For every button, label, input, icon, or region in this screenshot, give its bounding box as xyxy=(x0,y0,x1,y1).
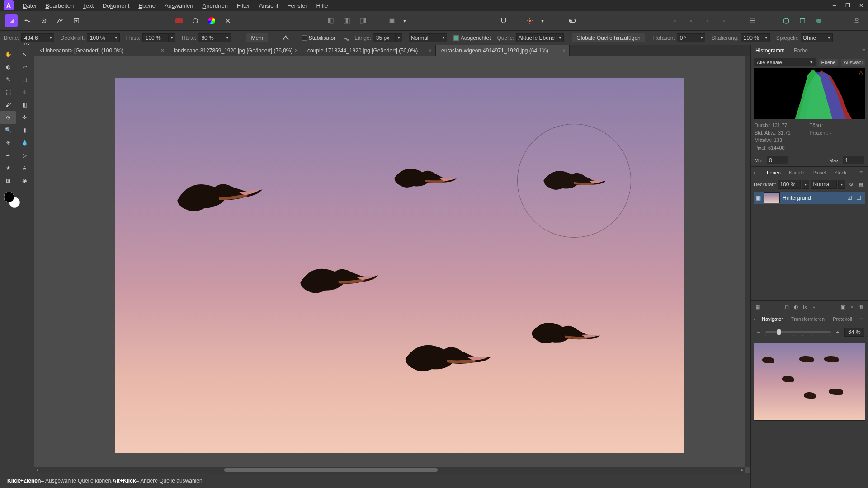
node-tool[interactable]: ▷ xyxy=(16,149,33,162)
mask-layer-icon[interactable]: ◻ xyxy=(783,303,791,311)
snapping-button[interactable] xyxy=(497,14,510,28)
color-picker-tool[interactable]: ◐ xyxy=(0,61,16,73)
adjustment-layer-icon[interactable]: ◐ xyxy=(792,303,800,311)
pen-tool[interactable]: ✒ xyxy=(0,149,16,162)
maximize-button[interactable]: ❐ xyxy=(841,0,854,11)
nav-tab-navigator[interactable]: Navigator xyxy=(758,315,787,323)
menu-auswählen[interactable]: Auswählen xyxy=(160,0,198,11)
width-input[interactable]: 434,6 px xyxy=(21,33,47,42)
healing-tool[interactable]: ✜ xyxy=(16,111,33,124)
stock-button[interactable] xyxy=(779,14,793,28)
canvas-horizontal-scrollbar[interactable]: ◂ ▸ xyxy=(34,467,745,473)
erase-tool[interactable]: ◧ xyxy=(16,99,33,111)
zoom-in-button[interactable]: + xyxy=(834,328,842,336)
menu-filter[interactable]: Filter xyxy=(232,0,255,11)
layer-visibility-toggle[interactable]: ☑ xyxy=(847,195,856,201)
layer-fx-icon[interactable]: ⚙ xyxy=(847,180,855,188)
delete-layer-icon[interactable]: 🗑 xyxy=(857,303,865,311)
arrange-center-button[interactable] xyxy=(340,14,354,28)
source-select[interactable]: Aktuelle Ebene xyxy=(516,33,557,42)
paint-brush-tool[interactable]: 🖌 xyxy=(0,99,16,111)
selection-scope-button[interactable]: Auswahl xyxy=(841,59,865,66)
document-canvas[interactable] xyxy=(115,78,684,453)
navigator-preview[interactable] xyxy=(754,343,865,421)
layer-blend-select[interactable]: Normal xyxy=(811,180,837,189)
panel-menu-icon[interactable]: ≡ xyxy=(859,47,868,54)
text-tool[interactable]: A xyxy=(16,162,33,174)
rotation-input[interactable]: 0 ° xyxy=(677,33,698,42)
live-filter-icon[interactable]: ▿ xyxy=(810,303,818,311)
layer-opacity-input[interactable]: 100 % xyxy=(778,180,801,189)
hscroll-thumb[interactable] xyxy=(224,468,438,472)
menu-dokument[interactable]: Dokument xyxy=(98,0,134,11)
align-distribute-button[interactable] xyxy=(746,14,760,28)
quickmask-dropdown[interactable]: ▾ xyxy=(401,14,408,28)
length-dropdown[interactable]: ▾ xyxy=(395,33,402,42)
persona-export-button[interactable] xyxy=(70,14,83,28)
zoom-out-button[interactable]: − xyxy=(755,328,763,336)
color-wheel-button[interactable] xyxy=(205,14,218,28)
persona-develop-button[interactable] xyxy=(37,14,51,28)
layers-tab-stock[interactable]: Stock xyxy=(830,169,850,177)
arrange-left-button[interactable] xyxy=(324,14,337,28)
persona-photo-button[interactable]: ◢ xyxy=(5,14,18,28)
length-input[interactable]: 35 px xyxy=(373,33,396,42)
nav-tab-transformieren[interactable]: Transformieren xyxy=(788,315,828,323)
persona-tonemap-button[interactable] xyxy=(53,14,67,28)
tab-close-icon[interactable]: × xyxy=(161,47,164,54)
foreground-color[interactable] xyxy=(4,192,14,202)
layers-panel-menu-icon[interactable]: ≡ xyxy=(857,169,865,176)
panel-collapse-icon[interactable]: ‹ xyxy=(754,169,759,176)
zoom-slider[interactable]: ········ xyxy=(765,331,831,333)
scroll-right-arrow-icon[interactable]: ▸ xyxy=(740,467,745,473)
move-tool[interactable]: ↖ xyxy=(16,48,33,61)
layer-lock-toggle[interactable]: ☐ xyxy=(856,195,865,201)
stabilizer-checkbox[interactable]: Stabilisator xyxy=(302,35,335,41)
auto-levels-button[interactable] xyxy=(221,14,235,28)
hardness-dropdown[interactable]: ▾ xyxy=(224,33,231,42)
max-input[interactable] xyxy=(843,156,864,164)
clone-tool[interactable]: ⊙ xyxy=(0,111,16,124)
zoom-tool[interactable]: 🔍 xyxy=(0,124,16,136)
fx-layer-icon[interactable]: fx xyxy=(801,303,809,311)
document-tab[interactable]: couple-1718244_1920.jpg [Geändert] (50,0… xyxy=(302,45,436,56)
color-swatches[interactable] xyxy=(4,192,20,208)
fill-tool[interactable]: ▮ xyxy=(16,124,33,136)
document-tab[interactable]: <Unbenannt> [Geändert] (100,0%)× xyxy=(34,45,168,56)
opacity-input[interactable]: 100 % xyxy=(87,33,113,42)
account-button[interactable] xyxy=(850,14,863,28)
scroll-left-arrow-icon[interactable]: ◂ xyxy=(34,467,40,473)
add-layer-icon[interactable]: ▫ xyxy=(848,303,856,311)
smudge-tool[interactable]: 💧 xyxy=(16,136,33,149)
menu-hilfe[interactable]: Hilfe xyxy=(312,0,333,11)
menu-anordnen[interactable]: Anordnen xyxy=(198,0,232,11)
dodge-tool[interactable]: ☀ xyxy=(0,136,16,149)
menu-bearbeiten[interactable]: Bearbeiten xyxy=(41,0,78,11)
color-tab[interactable]: Farbe xyxy=(789,46,812,56)
edit-all-layers-icon[interactable]: ▦ xyxy=(754,303,762,311)
selection-brush-tool[interactable]: ✎ xyxy=(0,73,16,86)
menu-fenster[interactable]: Fenster xyxy=(283,0,311,11)
layer-lock-icon[interactable]: ▦ xyxy=(857,180,865,188)
swatch-red-button[interactable] xyxy=(172,14,186,28)
assistant-button[interactable] xyxy=(523,14,537,28)
document-tab[interactable]: eurasian-wigeon-4914971_1920.jpg (64,1%)… xyxy=(436,45,570,56)
opacity-dropdown[interactable]: ▾ xyxy=(113,33,120,42)
scale-input[interactable]: 100 % xyxy=(741,33,763,42)
crop-tool[interactable]: ▱ xyxy=(16,61,33,73)
toggle-ui-button[interactable] xyxy=(566,14,579,28)
group-layer-icon[interactable]: ▣ xyxy=(839,303,847,311)
layers-tab-kanäle[interactable]: Kanäle xyxy=(785,169,808,177)
width-dropdown[interactable]: ▾ xyxy=(47,33,54,42)
menu-datei[interactable]: Datei xyxy=(18,0,41,11)
pressure-toggle-icon[interactable] xyxy=(279,31,292,45)
aligned-checkbox[interactable]: Ausgerichtet xyxy=(453,35,491,41)
scale-dropdown[interactable]: ▾ xyxy=(763,33,770,42)
layer-row[interactable]: ▣ Hintergrund ☑ ☐ xyxy=(754,192,865,204)
tab-close-icon[interactable]: × xyxy=(429,47,432,54)
minimize-button[interactable]: ━ xyxy=(827,0,841,11)
layer-select-check[interactable]: ▣ xyxy=(754,195,763,201)
close-window-button[interactable]: ✕ xyxy=(854,0,868,11)
layers-tab-pinsel[interactable]: Pinsel xyxy=(809,169,830,177)
menu-ebene[interactable]: Ebene xyxy=(134,0,160,11)
